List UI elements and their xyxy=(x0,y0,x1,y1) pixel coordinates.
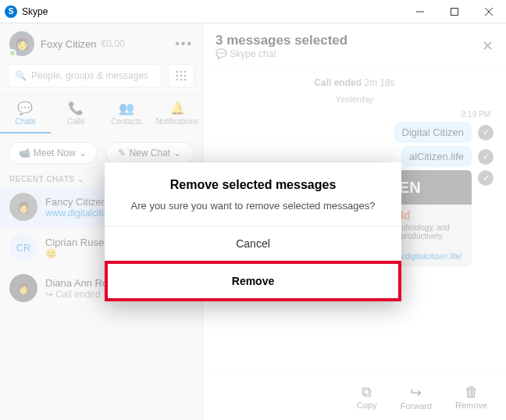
minimize-button[interactable] xyxy=(403,0,437,23)
dialog-message: Are you sure you want to remove selected… xyxy=(105,200,401,226)
window-title: Skype xyxy=(22,6,403,17)
maximize-button[interactable] xyxy=(437,0,472,23)
close-button[interactable] xyxy=(472,0,506,23)
dialog-remove-button[interactable]: Remove xyxy=(105,261,401,301)
remove-dialog: Remove selected messages Are you sure yo… xyxy=(105,162,401,301)
title-bar: S Skype xyxy=(0,0,506,23)
skype-logo-icon: S xyxy=(5,5,17,18)
dialog-cancel-button[interactable]: Cancel xyxy=(105,226,401,261)
svg-rect-1 xyxy=(451,8,458,15)
dialog-title: Remove selected messages xyxy=(105,162,401,200)
